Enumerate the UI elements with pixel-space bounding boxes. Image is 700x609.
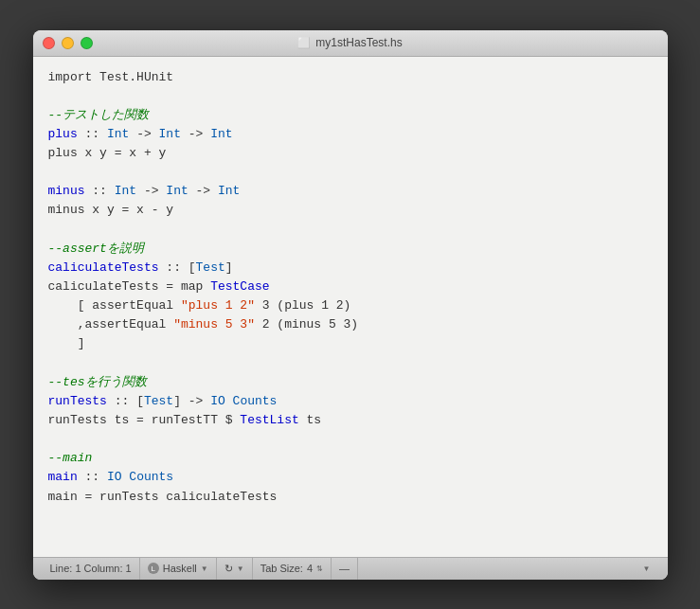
code-line: caliculateTests :: [Test] — [48, 259, 653, 278]
code-line: runTests :: [Test] -> IO Counts — [48, 392, 653, 411]
code-line: minus :: Int -> Int -> Int — [48, 182, 653, 201]
empty-line — [48, 87, 653, 106]
code-line: runTests ts = runTestTT $ TestList ts — [48, 411, 653, 430]
extra-status: — — [332, 558, 358, 580]
refresh-icon: ↻ — [224, 563, 233, 575]
close-button[interactable] — [43, 37, 55, 49]
right-status[interactable]: ▼ — [636, 558, 658, 580]
encoding-selector[interactable]: ↻ ▼ — [217, 558, 253, 580]
statusbar: Line: 1 Column: 1 L Haskell ▼ ↻ ▼ Tab Si… — [33, 557, 668, 580]
language-icon: L — [148, 563, 159, 574]
chevron-down-icon: ▼ — [201, 564, 208, 573]
cursor-position: Line: 1 Column: 1 — [43, 558, 140, 580]
titlebar: ⬜ my1stHasTest.hs — [33, 30, 668, 57]
code-line-comment: --テストした関数 — [48, 106, 653, 125]
code-line: ,assertEqual "minus 5 3" 2 (minus 5 3) — [48, 315, 653, 334]
code-line-comment: --tesを行う関数 — [48, 373, 653, 392]
code-line-comment: --main — [48, 449, 653, 468]
language-selector[interactable]: L Haskell ▼ — [140, 558, 217, 580]
empty-line — [48, 221, 653, 240]
code-line: [ assertEqual "plus 1 2" 3 (plus 1 2) — [48, 296, 653, 315]
code-line: main :: IO Counts — [48, 468, 653, 487]
empty-line — [48, 430, 653, 449]
code-editor[interactable]: import Test.HUnit --テストした関数 plus :: Int … — [33, 57, 668, 557]
code-line: minus x y = x - y — [48, 201, 653, 220]
traffic-lights — [43, 37, 93, 49]
code-line: main = runTests caliculateTests — [48, 488, 653, 507]
empty-line — [48, 163, 653, 182]
code-line: ] — [48, 334, 653, 353]
file-icon: ⬜ — [297, 37, 311, 49]
editor-window: ⬜ my1stHasTest.hs import Test.HUnit --テス… — [33, 30, 668, 580]
code-line: plus x y = x + y — [48, 144, 653, 163]
tab-size-selector[interactable]: Tab Size: 4 ⇅ — [253, 558, 332, 580]
empty-line — [48, 354, 653, 373]
maximize-button[interactable] — [81, 37, 93, 49]
chevron-down-icon: ▼ — [237, 564, 244, 573]
arrows-icon: ⇅ — [316, 564, 323, 573]
code-line: import Test.HUnit — [48, 68, 653, 87]
window-title: ⬜ my1stHasTest.hs — [297, 36, 402, 49]
code-line-comment: --assertを説明 — [48, 240, 653, 259]
code-line: plus :: Int -> Int -> Int — [48, 125, 653, 144]
minimize-button[interactable] — [62, 37, 74, 49]
code-line: caliculateTests = map TestCase — [48, 278, 653, 296]
chevron-down-icon: ▼ — [643, 564, 651, 573]
